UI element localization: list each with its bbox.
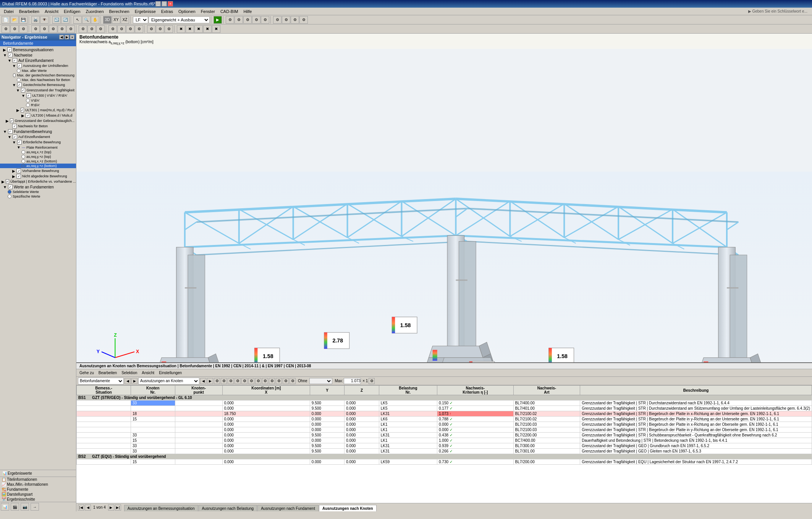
menu-optionen[interactable]: Optionen [176,8,198,15]
nav-item-max-geo[interactable]: Max. der geotechnischen Bemessung [0,73,76,78]
tb2-23[interactable]: ✖ [212,25,220,33]
tb2-12[interactable]: ⚙ [108,25,117,33]
btab-knoten[interactable]: Ausnutzungen nach Knoten [319,505,377,512]
nav-item-ult300[interactable]: ▼ ✓ ULT300 | V'd/A' / R'd/A' [0,93,76,98]
res-tb-2[interactable]: ⚙ [221,378,227,384]
res-tb-10[interactable]: ⚙ [276,378,282,384]
results-table-container[interactable]: Bemess.-Situation KnotenNr. Knoten-punkt… [76,385,812,503]
radio-max-beton[interactable] [17,78,21,82]
menu-hilfe[interactable]: Hilfe [241,8,254,15]
preview-button[interactable]: 👁️ [40,16,49,24]
nav-ergebniswerte[interactable]: 📊 Ergebniswerte [1,471,34,476]
tb2-17[interactable]: ⚙ [156,25,164,33]
res-tb-12[interactable]: ⚙ [290,378,296,384]
tb2-14[interactable]: ⚙ [126,25,134,33]
tb2-8[interactable]: ⚙ [66,25,75,33]
tb2-21[interactable]: ✖ [194,25,203,33]
nav-item-vda[interactable]: V'd/A' [0,98,76,103]
res-tb-8[interactable]: ⚙ [262,378,268,384]
nav-darstellungsart[interactable]: 🖼️ Darstellungsart [0,492,76,497]
btab-fundament[interactable]: Ausnutzungen nach Fundament [257,505,319,512]
tb2-18[interactable]: ⚙ [165,25,173,33]
nav-item-nicht-abgedeckte[interactable]: ▶ ✓ Nicht abgedeckte Bewehrung [0,174,76,179]
radio-max-alle[interactable] [17,69,21,73]
cb-einzelfundament[interactable]: ✓ [13,58,17,63]
results-nav-combo2[interactable]: Ausnutzungen an Knoten [138,378,199,384]
nav-item-spezifische-werte[interactable]: Spezifische Werte [0,194,76,199]
nav-item-einzelfundament[interactable]: ▼ ✓ Auf Einzelfundament [0,58,76,63]
nav-item-as-req-top-y[interactable]: as,req,y,+z (top) [0,154,76,159]
page-last[interactable]: ▶| [115,504,121,511]
nav-item-umhuellende[interactable]: ▼ ✓ Ausnutzung der Umhüllenden [0,63,76,68]
page-prev[interactable]: ◀ [85,504,91,511]
res-tb-7[interactable]: ⚙ [255,378,261,384]
tb2-10[interactable]: ⚙ [87,25,96,33]
res-menu-ansicht[interactable]: Ansicht [140,370,156,375]
nav-item-max-beton[interactable]: Max. des Nachweises für Beton [0,78,76,82]
res-menu-bearbeiten[interactable]: Bearbeiten [97,370,118,375]
table-row[interactable]: 15 0.000 0.000 0.000 LK6 0.788 ✓ BL7/210… [77,417,812,422]
nav-item-werte-an-fundamenten[interactable]: ▼ ✓ Werte an Fundamenten [0,184,76,190]
menu-fenster[interactable]: Fenster [199,8,217,15]
nav-item-ult301[interactable]: ▶ ✓ ULT301 | max(Hx,d, Hy,d) / Rx,d [0,107,76,113]
nav-item-auf-einzelfundament2[interactable]: ▼ ✓ Auf Einzelfundament [0,134,76,139]
table-row[interactable]: 0.000 9.500 0.000 LK5 0.177 ✓ BL7/401.00… [77,406,812,411]
menu-datei[interactable]: Datei [2,8,16,15]
nav-item-gebrauchstauglich[interactable]: ▶ ✓ Grenzzustand der Gebrauchstauglich..… [0,118,76,123]
table-row[interactable]: 33 0.000 9.500 0.000 LK31 0.266 ✓ BL7/30… [77,449,812,454]
loadcase-combo[interactable]: LF1 [133,16,148,23]
table-row[interactable]: 33 0.000 9.500 0.000 LK31 0.438 ✓ BL7/22… [77,433,812,438]
res-nav-forward[interactable]: ▶ [131,378,137,384]
cb-ult301[interactable]: ✓ [21,108,24,112]
nav-ergebnisschnitte[interactable]: ✂️ Ergebnisschnitte [0,497,76,502]
tb2-19[interactable]: ✖ [177,25,185,33]
menu-bearbeiten[interactable]: Bearbeiten [17,8,42,15]
tb2-20[interactable]: ✖ [186,25,194,33]
new-button[interactable]: 📄 [2,16,10,24]
nav-item-grenzzustand[interactable]: ▼ ✓ Grenzzustand der Tragfähigkeit [0,88,76,93]
nav-titelinformationen[interactable]: 📋 Titelinformationen [0,477,76,482]
res-nav-prev[interactable]: ◀ [200,378,206,384]
close-button[interactable]: × [168,1,173,6]
cb-grenzzustand[interactable]: ✓ [21,88,26,92]
res-tb-3[interactable]: ⚙ [228,378,234,384]
cb-nachweis-beton[interactable]: ✓ [12,124,17,128]
radio-spezifische-werte[interactable] [8,195,11,198]
zoom-button[interactable]: 🔍 [82,16,91,24]
cb-ueberlappt[interactable]: ✓ [6,179,9,184]
nav-sb-1[interactable]: 📊 [1,503,9,511]
tb2-15[interactable]: ⚙ [135,25,143,33]
nav-item-as-req-bottom-x[interactable]: as,req,x,+z (bottom) [0,159,76,164]
nav-fundamente[interactable]: 🏗️ Fundamente [0,487,76,492]
tb2-1[interactable]: ⚙ [2,25,10,33]
nav-item-selektierte-werte[interactable]: Selektierte Werte [0,190,76,194]
cb-ult300[interactable]: ✓ [26,93,31,98]
res-tb-last[interactable]: ⚙ [369,378,375,384]
nav-item-ult200[interactable]: ▶ ✓ ULT200 | Mbase,d / Muls,d [0,113,76,118]
cb-nicht-abgedeckte[interactable]: ✓ [16,174,21,178]
view-xz-button[interactable]: XZ [121,16,129,24]
tb-extra5[interactable]: ⚙ [261,16,269,24]
nav-item-bemessungssituationen[interactable]: ▶ ✓ Bemessungssituationen [0,47,76,52]
table-row[interactable]: 0.000 0.000 0.000 LK1 0.000 ✓ BL7/2100.0… [77,422,812,427]
tb2-11[interactable]: ⚙ [96,25,105,33]
cb-vorhandene-bew[interactable]: ✓ [16,169,21,173]
nav-item-fundamentbewehrung[interactable]: ▼ ✓ Fundamentbewehrung [0,129,76,134]
nav-item-max-alle[interactable]: Max. aller Werte [0,68,76,73]
tb-extra8[interactable]: ⚙ [291,16,299,24]
minimize-button[interactable]: _ [155,1,161,6]
menu-ansicht[interactable]: Ansicht [42,8,61,15]
tb2-2[interactable]: ⚙ [10,25,19,33]
tb2-9[interactable]: ⚙ [79,25,87,33]
table-row[interactable]: 33 0.000 9.500 0.000 LK31 0.939 ✓ BL7/30… [77,443,812,449]
res-tb-11[interactable]: ⚙ [283,378,289,384]
res-tb-1[interactable]: ⚙ [214,378,220,384]
cb-bemessungssituationen[interactable]: ✓ [7,47,12,52]
save-button[interactable]: 💾 [19,16,27,24]
radio-as-req-bottom-x[interactable] [21,159,25,163]
cb-geotechnisch[interactable]: ✓ [17,83,22,87]
nav-item-erforderliche-bew[interactable]: ▼ ✓ Erforderliche Bewehrung [0,139,76,145]
nav-sb-2[interactable]: 🎬 [11,503,19,511]
radio-selektierte-werte[interactable] [8,190,11,194]
cb-auf-einzelfundament2[interactable]: ✓ [13,135,17,139]
